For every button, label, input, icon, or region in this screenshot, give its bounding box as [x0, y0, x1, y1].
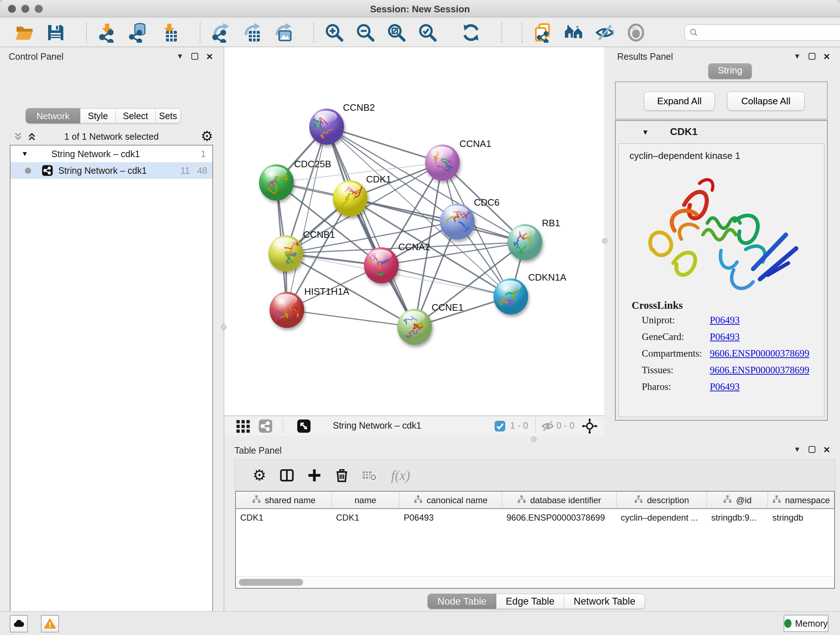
gene-section-header[interactable]: ▼ CDK1	[616, 121, 827, 143]
node-cdc25b[interactable]	[259, 165, 294, 201]
table-panel-menu-icon[interactable]: ▼	[794, 445, 801, 454]
clone-network-icon[interactable]	[532, 22, 553, 43]
table-toolbar: ⚙ f(x)	[234, 459, 836, 491]
table-horizontal-scrollbar[interactable]	[236, 576, 834, 588]
control-panel-menu-icon[interactable]: ▼	[177, 52, 184, 60]
open-in-browser-icon[interactable]	[297, 419, 311, 433]
table-panel-title: Table Panel	[234, 445, 282, 456]
control-panel-float-icon[interactable]	[191, 53, 198, 60]
collapse-all-button[interactable]: Collapse All	[727, 92, 805, 111]
left-splitter-handle[interactable]	[221, 325, 226, 330]
cloud-status-button[interactable]	[10, 615, 28, 632]
tab-sets[interactable]: Sets	[156, 108, 181, 124]
tab-edge-table[interactable]: Edge Table	[496, 594, 564, 609]
tab-network[interactable]: Network	[26, 108, 80, 124]
delete-column-icon[interactable]	[334, 467, 350, 483]
toggle-columns-icon[interactable]	[279, 467, 295, 483]
collapse-triangle-icon[interactable]: ▼	[642, 128, 649, 136]
delete-table-icon[interactable]	[362, 467, 377, 483]
expand-collapse-icon[interactable]: ▼	[21, 150, 28, 158]
fit-selected-crosshair-icon[interactable]	[582, 418, 598, 434]
crosslink-value-link[interactable]: P06493	[710, 381, 740, 393]
column-header-canonical-name[interactable]: canonical name	[399, 492, 502, 509]
add-column-icon[interactable]	[306, 467, 322, 483]
control-panel-close-icon[interactable]: ×	[206, 53, 213, 60]
crosslink-value-link[interactable]: P06493	[710, 331, 740, 342]
node-ccne1[interactable]	[397, 309, 432, 345]
results-panel-float-icon[interactable]	[808, 53, 815, 60]
right-splitter-handle[interactable]	[602, 238, 607, 244]
export-table-icon[interactable]	[242, 22, 262, 43]
export-image-icon[interactable]	[273, 22, 293, 43]
hidden-nodes-eye-icon[interactable]	[540, 419, 555, 433]
results-panel-close-icon[interactable]: ×	[823, 53, 830, 60]
import-network-from-database-icon[interactable]	[128, 22, 148, 43]
table-panel-float-icon[interactable]	[808, 446, 815, 453]
node-hist1h1a[interactable]	[270, 292, 304, 328]
table-scrollbar-thumb[interactable]	[239, 579, 303, 586]
warnings-button[interactable]	[41, 615, 59, 632]
zoom-fit-content-icon[interactable]	[386, 22, 407, 43]
column-header-namespace[interactable]: namespace	[768, 492, 834, 509]
table-row[interactable]: CDK1CDK1P064939606.ENSP00000378699cyclin…	[236, 510, 834, 526]
refresh-network-icon[interactable]	[461, 22, 481, 43]
table-cell[interactable]: P06493	[399, 510, 502, 526]
network-view-statusbar: String Network – cdk1 1 - 0 0 - 0	[224, 416, 604, 435]
network-canvas[interactable]: CCNB2CCNA1CDC25BCDK1CDC6RB1CCNB1CCNA2CDK…	[224, 47, 604, 416]
crosslink-value-link[interactable]: 9606.ENSP00000378699	[710, 348, 809, 359]
node-cdc6[interactable]	[440, 203, 475, 240]
network-tree-row[interactable]: String Network – cdk1 11 48	[11, 162, 212, 179]
node-ccnb2[interactable]	[309, 109, 344, 145]
birds-eye-view-icon[interactable]	[236, 419, 250, 433]
node-cdkn1a[interactable]	[493, 279, 528, 315]
table-settings-gear-icon[interactable]: ⚙	[251, 467, 267, 483]
table-cell[interactable]: 9606.ENSP00000378699	[502, 510, 616, 526]
hide-selected-icon[interactable]	[595, 22, 615, 43]
expand-all-button[interactable]: Expand All	[644, 92, 715, 111]
table-cell[interactable]: CDK1	[236, 510, 332, 526]
table-cell[interactable]: CDK1	[332, 510, 399, 526]
bottom-splitter-handle[interactable]	[531, 437, 537, 442]
zoom-selected-icon[interactable]	[417, 22, 438, 43]
network-options-gear-icon[interactable]: ⚙	[201, 128, 213, 144]
node-ccna2[interactable]	[364, 247, 399, 283]
function-builder-icon[interactable]: f(x)	[391, 467, 410, 483]
column-label: database identifier	[530, 495, 601, 505]
tab-string[interactable]: String	[708, 63, 752, 79]
import-network-from-file-icon[interactable]	[97, 22, 117, 43]
import-table-from-file-icon[interactable]	[159, 22, 180, 43]
show-all-icon[interactable]	[626, 22, 646, 43]
table-cell[interactable]: stringdb	[768, 510, 834, 526]
tab-style[interactable]: Style	[80, 108, 116, 124]
column-header-database-identifier[interactable]: database identifier	[502, 492, 616, 509]
string-network-badge-icon[interactable]	[258, 419, 273, 433]
crosslink-value-link[interactable]: P06493	[710, 315, 740, 326]
tab-node-table[interactable]: Node Table	[428, 594, 496, 609]
column-header-id[interactable]: @id	[707, 492, 768, 509]
zoom-in-icon[interactable]	[324, 22, 344, 43]
column-header-name[interactable]: name	[332, 492, 399, 509]
results-panel-menu-icon[interactable]: ▼	[794, 52, 801, 60]
node-cdk1[interactable]	[333, 180, 368, 217]
table-cell[interactable]: cyclin–dependent ...	[616, 510, 707, 526]
open-session-icon[interactable]	[14, 22, 35, 43]
node-ccna1[interactable]	[425, 144, 460, 181]
network-tree-row[interactable]: ▼ String Network – cdk1 1	[11, 146, 212, 162]
column-header-shared-name[interactable]: shared name	[236, 492, 332, 509]
tab-select[interactable]: Select	[116, 108, 156, 124]
crosslink-value-link[interactable]: 9606.ENSP00000378699	[710, 364, 809, 376]
current-network-dot-icon	[25, 168, 31, 174]
table-cell[interactable]: stringdb:9...	[707, 510, 768, 526]
table-panel-close-icon[interactable]: ×	[823, 446, 830, 453]
memory-button[interactable]: Memory	[783, 615, 829, 632]
save-session-icon[interactable]	[46, 22, 66, 43]
export-network-icon[interactable]	[210, 22, 231, 43]
node-ccnb1[interactable]	[268, 235, 303, 272]
search-input[interactable]	[701, 27, 840, 38]
selected-nodes-checkbox-icon[interactable]	[494, 420, 506, 432]
first-neighbors-icon[interactable]	[564, 22, 584, 43]
column-header-description[interactable]: description	[616, 492, 707, 509]
tab-network-table[interactable]: Network Table	[564, 594, 645, 609]
node-rb1[interactable]	[508, 224, 542, 260]
zoom-out-icon[interactable]	[355, 22, 376, 43]
